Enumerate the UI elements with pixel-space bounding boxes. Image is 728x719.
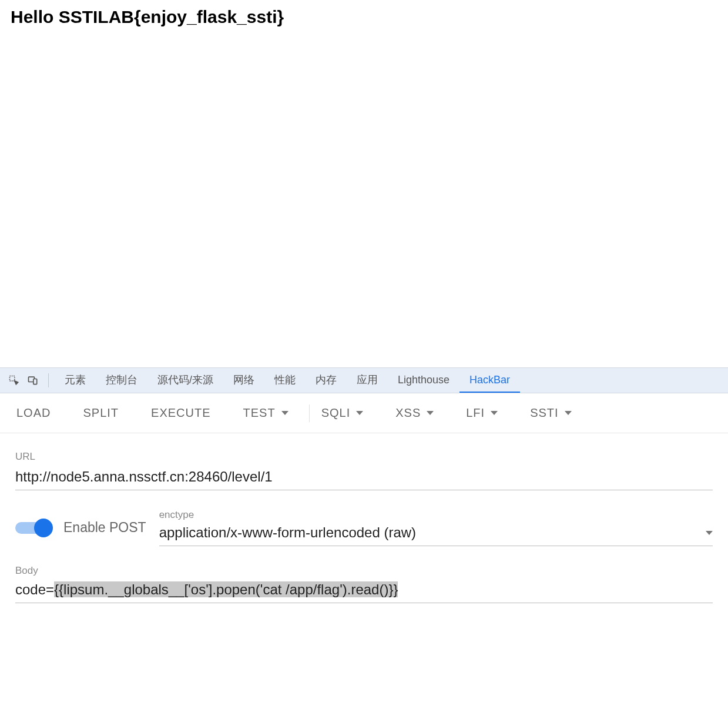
xss-button[interactable]: XSS <box>395 406 434 420</box>
inspect-icon[interactable] <box>5 368 24 393</box>
enctype-field-group: enctype application/x-www-form-urlencode… <box>159 509 713 546</box>
tabs-divider <box>48 373 49 387</box>
device-toggle-icon[interactable] <box>24 368 42 393</box>
test-button[interactable]: TEST <box>243 406 288 420</box>
url-field-group: URL <box>15 451 713 490</box>
toolbar-divider <box>309 404 310 422</box>
hackbar-panel: URL Enable POST enctype application/x-ww… <box>0 433 728 603</box>
chevron-down-icon <box>356 411 363 415</box>
load-button[interactable]: LOAD <box>16 406 51 420</box>
lfi-label: LFI <box>466 406 485 420</box>
enctype-value: application/x-www-form-urlencoded (raw) <box>159 524 416 541</box>
body-field-group: Body code={{lipsum.__globals__['os'].pop… <box>15 565 713 603</box>
test-label: TEST <box>243 406 276 420</box>
xss-label: XSS <box>395 406 421 420</box>
tab-memory[interactable]: 内存 <box>306 368 347 393</box>
enable-post-toggle[interactable] <box>15 522 51 534</box>
enctype-label: enctype <box>159 509 713 521</box>
chevron-down-icon <box>706 531 713 535</box>
ssti-label: SSTI <box>530 406 558 420</box>
split-button[interactable]: SPLIT <box>83 406 119 420</box>
tab-network[interactable]: 网络 <box>223 368 264 393</box>
enctype-select[interactable]: application/x-www-form-urlencoded (raw) <box>159 522 713 546</box>
chevron-down-icon <box>427 411 434 415</box>
lfi-button[interactable]: LFI <box>466 406 498 420</box>
body-label: Body <box>15 565 713 577</box>
sqli-label: SQLI <box>321 406 351 420</box>
chevron-down-icon <box>565 411 572 415</box>
execute-label: EXECUTE <box>151 406 210 420</box>
execute-button[interactable]: EXECUTE <box>151 406 210 420</box>
sqli-button[interactable]: SQLI <box>321 406 364 420</box>
tab-lighthouse[interactable]: Lighthouse <box>388 368 459 393</box>
switch-knob <box>34 519 53 537</box>
url-label: URL <box>15 451 713 463</box>
tab-hackbar[interactable]: HackBar <box>459 368 520 393</box>
body-prefix: code= <box>15 581 54 597</box>
enable-post-label: Enable POST <box>63 520 146 536</box>
page-content: Hello SSTILAB{enjoy_flask_ssti} <box>0 0 728 367</box>
page-heading: Hello SSTILAB{enjoy_flask_ssti} <box>11 7 717 27</box>
body-highlighted: {{lipsum.__globals__['os'].popen('cat /a… <box>54 581 398 597</box>
body-input[interactable]: code={{lipsum.__globals__['os'].popen('c… <box>15 579 713 603</box>
post-row: Enable POST enctype application/x-www-fo… <box>15 509 713 546</box>
tab-application[interactable]: 应用 <box>347 368 388 393</box>
devtools-tabs: 元素 控制台 源代码/来源 网络 性能 内存 应用 Lighthouse Hac… <box>0 367 728 393</box>
svg-rect-2 <box>33 379 37 384</box>
ssti-button[interactable]: SSTI <box>530 406 571 420</box>
tab-sources[interactable]: 源代码/来源 <box>147 368 223 393</box>
url-input[interactable] <box>15 465 713 490</box>
tab-performance[interactable]: 性能 <box>264 368 306 393</box>
load-label: LOAD <box>16 406 51 420</box>
tab-elements[interactable]: 元素 <box>55 368 96 393</box>
hackbar-toolbar: LOAD SPLIT EXECUTE TEST SQLI XSS LFI SST… <box>0 393 728 433</box>
split-label: SPLIT <box>83 406 119 420</box>
chevron-down-icon <box>491 411 498 415</box>
tab-console[interactable]: 控制台 <box>96 368 147 393</box>
chevron-down-icon <box>281 411 288 415</box>
